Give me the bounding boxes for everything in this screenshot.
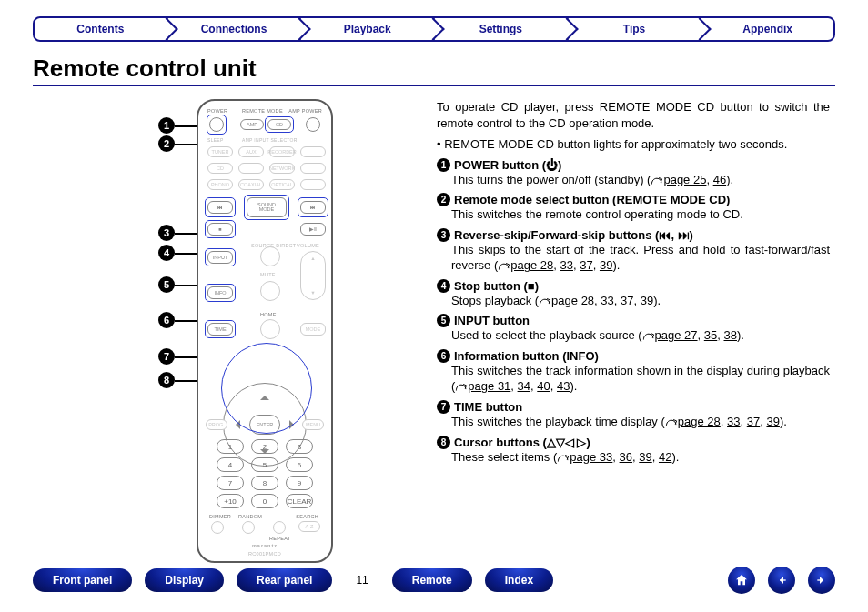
nav-front-panel[interactable]: Front panel	[33, 568, 132, 592]
item-1-head: 1POWER button (⏻)	[437, 158, 830, 172]
highlight-fwd-skip	[298, 197, 328, 217]
label-volume: VOLUME	[297, 243, 319, 248]
callout-8: 8	[158, 372, 175, 388]
remote-home	[260, 319, 280, 339]
nav-remote[interactable]: Remote	[392, 568, 472, 592]
src-blank4	[300, 179, 326, 190]
page-link[interactable]: 37	[580, 258, 592, 272]
page-link[interactable]: page 28	[510, 258, 553, 272]
remote-dimmer	[211, 521, 224, 534]
item-5-title: INPUT button	[454, 314, 530, 327]
item-3-head: 3Reverse-skip/Forward-skip buttons (⏮, ⏭…	[437, 228, 830, 242]
page-link[interactable]: 39	[641, 294, 653, 307]
page-link[interactable]: 34	[518, 379, 530, 393]
item-2-title: Remote mode select button (REMOTE MODE C…	[454, 193, 730, 206]
remote-mode-amp: AMP	[240, 119, 264, 130]
page-link[interactable]: 37	[621, 294, 633, 307]
src-blank3	[300, 163, 326, 174]
svg-rect-1	[817, 579, 823, 580]
item-6-badge: 6	[437, 349, 450, 363]
src-optical: OPTICAL	[269, 179, 295, 190]
callout-4: 4	[158, 245, 175, 261]
item-1-badge: 1	[437, 158, 450, 172]
num-2: 2	[251, 439, 278, 454]
nav-index[interactable]: Index	[485, 568, 553, 592]
remote-model: RC001PMCD	[248, 551, 281, 557]
nav-display[interactable]: Display	[145, 568, 224, 592]
intro-para: To operate CD player, press REMOTE MODE …	[437, 99, 830, 131]
num-6: 6	[286, 457, 313, 472]
item-3-badge: 3	[437, 228, 450, 242]
remote-repeat-btn	[273, 521, 286, 534]
num-plus10: +10	[217, 494, 244, 508]
src-recorder: RECORDER	[269, 146, 295, 157]
nav-next-button[interactable]	[808, 567, 835, 594]
src-coaxial: COAXIAL	[238, 179, 264, 190]
page-link[interactable]: 38	[724, 328, 737, 342]
callout-5: 5	[158, 276, 175, 293]
item-7-badge: 7	[437, 400, 450, 414]
item-2-badge: 2	[437, 193, 450, 206]
label-amp-power: AMP POWER	[288, 108, 322, 114]
page-link[interactable]: 36	[620, 450, 632, 464]
tab-appendix[interactable]: Appendix	[701, 18, 833, 40]
item-8-badge: 8	[437, 436, 450, 449]
page-link[interactable]: page 28	[678, 415, 721, 428]
tab-tips[interactable]: Tips	[569, 18, 702, 40]
highlight-info	[205, 284, 236, 302]
page-link[interactable]: 39	[639, 450, 651, 464]
src-blank2	[238, 163, 264, 174]
description-column: To operate CD player, press REMOTE MODE …	[437, 99, 835, 470]
page-link[interactable]: 40	[537, 379, 550, 393]
remote-mute	[260, 281, 280, 301]
highlight-dpad	[221, 343, 312, 434]
label-search: SEARCH	[296, 514, 318, 519]
tab-contents[interactable]: Contents	[35, 18, 168, 40]
page-link[interactable]: 33	[727, 415, 740, 428]
highlight-input	[205, 248, 236, 266]
tab-connections[interactable]: Connections	[168, 18, 302, 40]
remote-body: POWER REMOTE MODE AMP POWER AMP CD SLEEP…	[197, 99, 333, 563]
page-link[interactable]: 33	[601, 294, 613, 307]
nav-rear-panel[interactable]: Rear panel	[237, 568, 332, 592]
page-link[interactable]: page 33	[570, 450, 612, 464]
page-link[interactable]: 35	[704, 328, 717, 342]
remote-brand: marantz	[252, 543, 278, 548]
page-link[interactable]: page 28	[551, 294, 594, 307]
page-link[interactable]: page 31	[468, 379, 510, 393]
num-3: 3	[286, 439, 313, 454]
intro-bullet: • REMOTE MODE CD button lights for appro…	[437, 136, 830, 153]
item-8-head: 8Cursor buttons (△▽◁ ▷)	[437, 436, 830, 449]
num-5: 5	[251, 457, 278, 472]
page-link[interactable]: 37	[747, 415, 760, 428]
page-link[interactable]: 43	[557, 379, 570, 393]
remote-play-pause: ▶Ⅱ	[300, 223, 326, 236]
page-link[interactable]: 39	[766, 415, 779, 428]
page-link[interactable]: 46	[713, 173, 726, 186]
tab-settings[interactable]: Settings	[435, 18, 569, 40]
remote-prog: PROG.	[206, 419, 227, 430]
src-aux: AUX	[238, 146, 264, 157]
item-7-title: TIME button	[454, 400, 522, 414]
tab-playback[interactable]: Playback	[301, 18, 435, 40]
item-4-body: Stops playback (page 28, 33, 37, 39).	[437, 293, 830, 309]
page-link[interactable]: 42	[659, 450, 671, 464]
page-link[interactable]: page 25	[663, 173, 706, 186]
page-link[interactable]: page 27	[655, 328, 698, 342]
item-2-body: This switches the remote control operati…	[437, 206, 830, 223]
highlight-mode-cd	[265, 116, 294, 133]
highlight-stop	[205, 220, 236, 238]
num-0: 0	[251, 494, 278, 508]
top-nav: Contents Connections Playback Settings T…	[33, 16, 835, 42]
num-1: 1	[217, 439, 244, 454]
src-blank1	[300, 146, 326, 157]
page-link[interactable]: 39	[600, 258, 612, 272]
page-link[interactable]: 33	[560, 258, 573, 272]
remote-volume: ▲▼	[300, 251, 326, 300]
remote-az: A-Z	[298, 521, 320, 532]
nav-prev-button[interactable]	[768, 567, 795, 594]
item-7-body: This switches the playback time display …	[437, 414, 830, 430]
nav-home-button[interactable]	[728, 567, 755, 594]
highlight-time	[205, 320, 236, 338]
remote-amp-power	[306, 117, 320, 132]
